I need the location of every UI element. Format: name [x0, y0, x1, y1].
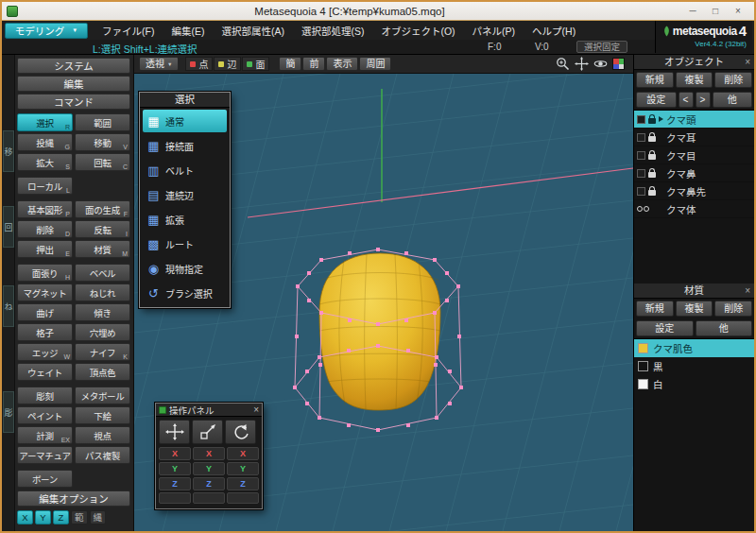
command-button[interactable]: 面張り H [17, 264, 73, 282]
command-button[interactable]: 格子 [17, 323, 73, 341]
visibility-checkbox[interactable] [637, 151, 645, 160]
command-button[interactable]: 投縄 G [17, 133, 73, 151]
command-button[interactable]: ナイフ K [75, 343, 130, 361]
close-icon[interactable]: × [745, 284, 750, 298]
object-next-button[interactable]: > [696, 92, 711, 108]
axis-button[interactable]: Y [159, 462, 191, 475]
menu-item[interactable]: パネル(P) [464, 24, 524, 38]
axis-button[interactable]: Z [193, 477, 225, 490]
title-bar[interactable]: Metasequoia 4 [C:¥temp¥kuma05.mqo] ─ □ × [2, 2, 754, 21]
pan-icon[interactable] [575, 57, 589, 71]
command-button[interactable]: 選択 R [17, 113, 73, 131]
view-color-mode-icon[interactable] [612, 58, 625, 70]
axis-blank-button[interactable] [193, 492, 225, 504]
selection-mode-item[interactable]: ▥ ベルト [143, 159, 227, 181]
menu-item[interactable]: ヘルプ(H) [524, 24, 584, 38]
command-button[interactable]: 面の生成 F [75, 200, 130, 218]
axis-toggle-button[interactable]: Z [53, 510, 69, 524]
command-button[interactable]: 基本図形 P [17, 200, 73, 218]
axis-button[interactable]: Z [159, 477, 191, 490]
vertical-tab[interactable]: ね [3, 285, 14, 327]
object-other-button[interactable]: 他 [713, 92, 753, 108]
material-list-item[interactable]: 黒 [634, 357, 754, 375]
visibility-checkbox[interactable] [637, 187, 645, 196]
mode-selector-button[interactable]: モデリング ▼ [5, 23, 88, 39]
axis-button[interactable]: X [159, 447, 191, 460]
rotate-view-icon[interactable] [593, 57, 608, 71]
menu-item[interactable]: 選択部処理(S) [293, 24, 373, 38]
command-button[interactable]: ねじれ [75, 284, 130, 301]
axis-toggle-button[interactable]: X [17, 510, 33, 524]
zoom-icon[interactable] [556, 57, 570, 71]
axis-toggle-button[interactable]: Y [35, 510, 51, 524]
object-list-item[interactable]: クマ体 [634, 200, 754, 218]
material-action-button[interactable]: 複製 [676, 301, 713, 317]
selection-panel-title[interactable]: 選択 [140, 93, 230, 108]
command-button[interactable]: ローカル L [17, 177, 73, 195]
vertical-tab[interactable]: 回 [3, 206, 14, 248]
lock-icon[interactable] [648, 190, 656, 196]
axis-blank-button[interactable] [227, 492, 259, 504]
command-button[interactable]: エッジ W [17, 343, 73, 361]
operation-panel-titlebar[interactable]: 操作パネル × [156, 404, 262, 417]
vertical-tab[interactable]: 彫 [3, 391, 14, 433]
view-button[interactable]: 前 [302, 57, 325, 71]
menu-item[interactable]: 編集(E) [163, 24, 213, 38]
move-tool-button[interactable] [159, 420, 190, 444]
expand-arrow-icon[interactable] [659, 116, 663, 122]
axis-toggle-button[interactable]: 縄 [90, 510, 107, 524]
axis-toggle-button[interactable]: 範 [71, 510, 88, 524]
command-button[interactable]: 下絵 [75, 406, 130, 424]
command-button[interactable]: パス複製 [75, 446, 130, 464]
command-button[interactable]: ベベル [75, 264, 130, 282]
material-other-button[interactable]: 他 [696, 320, 753, 336]
selection-mode-item[interactable]: ▦ 通常 [143, 110, 227, 132]
selection-panel[interactable]: 選択 ▦ 通常 ▦ 接続面 [139, 92, 231, 308]
eye-icon[interactable] [637, 206, 649, 212]
command-button[interactable]: 穴埋め [75, 323, 130, 341]
lock-icon[interactable] [648, 136, 656, 142]
command-button[interactable]: ウェイト [17, 363, 73, 381]
close-icon[interactable]: × [745, 55, 750, 69]
axis-button[interactable]: X [193, 447, 225, 460]
material-action-button[interactable]: 新規 [636, 301, 674, 317]
operation-panel[interactable]: 操作パネル × [155, 403, 263, 509]
command-button[interactable]: 彫刻 [17, 387, 73, 404]
axis-button[interactable]: Y [227, 462, 259, 475]
command-button[interactable]: 回転 C [75, 153, 130, 171]
selection-mode-item[interactable]: ▩ ルート [143, 232, 227, 255]
scale-tool-button[interactable] [192, 420, 223, 444]
command-button[interactable]: メタボール [75, 387, 130, 404]
lock-icon[interactable] [648, 154, 656, 160]
object-list-item[interactable]: クマ頭 [634, 111, 754, 129]
selection-mode-item[interactable]: ▦ 拡張 [143, 208, 227, 231]
selection-lock-button[interactable]: 選択固定 [576, 41, 627, 53]
axis-blank-button[interactable] [159, 492, 191, 504]
command-button[interactable]: ボーン [17, 470, 73, 488]
vertical-tab[interactable]: 移 [3, 130, 14, 172]
view-button[interactable]: 周囲 [359, 57, 391, 71]
axis-button[interactable]: Y [193, 462, 225, 475]
minimize-button[interactable]: ─ [681, 6, 704, 16]
model-body[interactable] [319, 253, 440, 410]
material-panel-header[interactable]: 材質 × [634, 284, 754, 299]
object-list-item[interactable]: クマ鼻先 [634, 182, 754, 200]
material-settings-button[interactable]: 設定 [636, 320, 694, 336]
command-button[interactable]: 反転 I [75, 220, 130, 238]
menu-item[interactable]: 選択部属性(A) [213, 24, 293, 38]
close-button[interactable]: × [727, 6, 749, 16]
visibility-checkbox[interactable] [637, 115, 645, 124]
command-button[interactable]: 範囲 [75, 113, 130, 131]
object-settings-button[interactable]: 設定 [636, 92, 677, 108]
selection-mode-item[interactable]: ▤ 連続辺 [143, 183, 227, 206]
object-list-item[interactable]: クマ耳 [634, 129, 754, 146]
visibility-checkbox[interactable] [637, 133, 645, 142]
view-button[interactable]: 表示 [326, 57, 358, 71]
close-icon[interactable]: × [253, 404, 259, 415]
material-action-button[interactable]: 削除 [714, 301, 752, 317]
command-button[interactable]: 傾き [75, 303, 130, 321]
lock-icon[interactable] [648, 172, 656, 178]
object-list-item[interactable]: クマ鼻 [634, 164, 754, 182]
object-action-button[interactable]: 新規 [636, 72, 674, 88]
rotate-tool-button[interactable] [225, 420, 256, 444]
